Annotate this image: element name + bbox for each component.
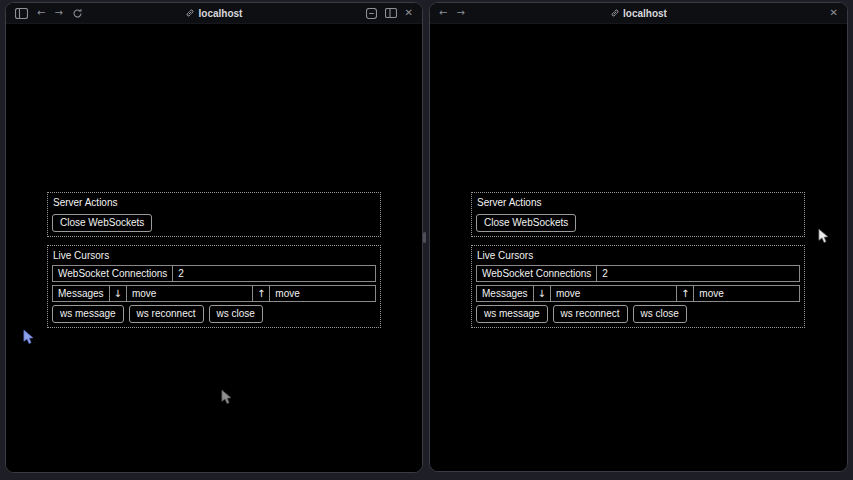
server-actions-legend: Server Actions [53,197,376,208]
forward-icon[interactable]: → [456,8,464,18]
messages-label: Messages [477,286,534,301]
page-content: Server Actions Close WebSockets Live Cur… [6,25,422,472]
controls-panel: Server Actions Close WebSockets Live Cur… [47,192,381,336]
arrow-down-icon: ↓ [534,286,551,301]
ws-close-button[interactable]: ws close [633,305,687,323]
connections-value: 2 [173,266,375,281]
connections-value: 2 [597,266,799,281]
ws-buttons-row: ws message ws reconnect ws close [52,305,376,323]
arrow-up-icon: ↑ [677,286,694,301]
server-actions-group: Server Actions Close WebSockets [471,192,805,237]
close-websockets-button[interactable]: Close WebSockets [476,214,576,232]
live-cursors-legend: Live Cursors [477,250,800,261]
browser-window-right: ← → localhost ✕ Server Actions Close Web… [429,2,848,472]
close-icon[interactable]: ✕ [830,8,838,18]
server-actions-group: Server Actions Close WebSockets [47,192,381,237]
ws-buttons-row: ws message ws reconnect ws close [476,305,800,323]
page-content: Server Actions Close WebSockets Live Cur… [430,25,847,471]
tab-overview-icon[interactable] [366,8,377,19]
live-cursors-group: Live Cursors WebSocket Connections 2 Mes… [471,245,805,328]
messages-label: Messages [53,286,110,301]
outgoing-message-value: move [694,286,799,301]
close-icon[interactable]: ✕ [405,8,413,18]
connections-label: WebSocket Connections [477,266,597,281]
window-resize-handle[interactable] [423,232,426,243]
outgoing-message-value: move [270,286,375,301]
titlebar: ← → localhost ✕ [430,3,847,24]
back-icon[interactable]: ← [37,8,45,18]
address-bar[interactable]: localhost [610,8,667,19]
back-icon[interactable]: ← [439,8,447,18]
controls-panel: Server Actions Close WebSockets Live Cur… [471,192,805,336]
ws-message-button[interactable]: ws message [476,305,548,323]
page-title: localhost [199,8,243,19]
connections-row: WebSocket Connections 2 [476,265,800,282]
ws-reconnect-button[interactable]: ws reconnect [129,305,204,323]
ws-close-button[interactable]: ws close [209,305,263,323]
close-websockets-button[interactable]: Close WebSockets [52,214,152,232]
forward-icon[interactable]: → [54,8,62,18]
ws-reconnect-button[interactable]: ws reconnect [553,305,628,323]
arrow-up-icon: ↑ [253,286,270,301]
arrow-down-icon: ↓ [110,286,127,301]
incoming-message-value: move [127,286,253,301]
messages-row: Messages ↓ move ↑ move [476,285,800,302]
reload-icon[interactable] [72,8,83,19]
incoming-message-value: move [551,286,677,301]
live-cursors-legend: Live Cursors [53,250,376,261]
address-bar[interactable]: localhost [186,8,243,19]
live-cursors-group: Live Cursors WebSocket Connections 2 Mes… [47,245,381,328]
page-title: localhost [623,8,667,19]
link-icon [186,9,195,18]
connections-row: WebSocket Connections 2 [52,265,376,282]
messages-row: Messages ↓ move ↑ move [52,285,376,302]
titlebar: ← → localhost [6,3,422,24]
split-view-icon[interactable] [385,8,397,18]
browser-window-left: ← → localhost [5,2,423,473]
connections-label: WebSocket Connections [53,266,173,281]
sidebar-toggle-icon[interactable] [15,8,28,19]
link-icon [610,9,619,18]
ws-message-button[interactable]: ws message [52,305,124,323]
server-actions-legend: Server Actions [477,197,800,208]
